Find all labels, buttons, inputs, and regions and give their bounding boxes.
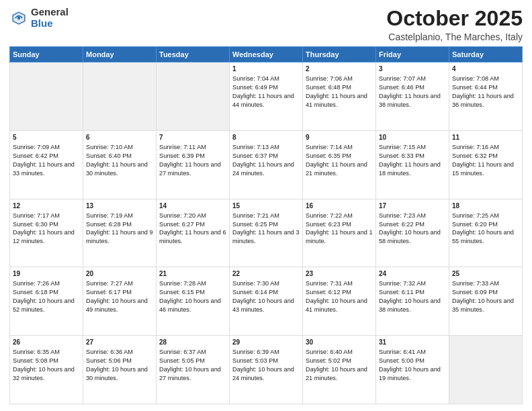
day-number: 10 <box>379 133 446 142</box>
day-number: 30 <box>306 338 373 347</box>
day-info: Sunset: 6:25 PM <box>232 220 300 229</box>
day-info: Daylight: 11 hours and 6 minutes. <box>159 228 226 246</box>
day-info: Daylight: 11 hours and 36 minutes. <box>452 92 519 109</box>
day-number: 31 <box>379 338 446 347</box>
day-info: Sunset: 6:35 PM <box>306 152 373 161</box>
day-info: Daylight: 11 hours and 15 minutes. <box>452 161 519 178</box>
day-number: 2 <box>306 64 373 74</box>
calendar-cell: 15Sunrise: 7:21 AMSunset: 6:25 PMDayligh… <box>230 199 303 267</box>
calendar-cell: 18Sunrise: 7:25 AMSunset: 6:20 PMDayligh… <box>449 199 523 267</box>
day-info: Daylight: 10 hours and 41 minutes. <box>306 297 373 314</box>
day-info: Daylight: 11 hours and 38 minutes. <box>379 92 446 109</box>
day-info: Sunrise: 7:17 AM <box>13 212 80 220</box>
weekday-header-monday: Monday <box>83 47 157 62</box>
day-info: Sunset: 5:03 PM <box>232 357 300 365</box>
calendar-cell: 24Sunrise: 7:32 AMSunset: 6:11 PMDayligh… <box>376 267 449 336</box>
day-info: Sunrise: 7:28 AM <box>159 279 226 288</box>
calendar-cell: 11Sunrise: 7:16 AMSunset: 6:32 PMDayligh… <box>449 130 523 199</box>
title-block: October 2025 Castelplanio, The Marches, … <box>386 7 523 42</box>
day-info: Sunset: 6:32 PM <box>452 152 519 161</box>
calendar-week-row: 19Sunrise: 7:26 AMSunset: 6:18 PMDayligh… <box>10 267 523 336</box>
day-info: Daylight: 11 hours and 3 minutes. <box>232 228 300 246</box>
weekday-header-saturday: Saturday <box>449 47 523 62</box>
day-number: 8 <box>232 133 300 142</box>
day-info: Daylight: 10 hours and 49 minutes. <box>86 297 153 314</box>
day-info: Sunset: 5:02 PM <box>306 357 373 365</box>
calendar-cell: 27Sunrise: 6:36 AMSunset: 5:06 PMDayligh… <box>83 336 157 404</box>
calendar-table: SundayMondayTuesdayWednesdayThursdayFrid… <box>9 46 523 404</box>
day-info: Sunrise: 7:33 AM <box>452 279 519 288</box>
calendar-cell: 12Sunrise: 7:17 AMSunset: 6:30 PMDayligh… <box>10 199 83 267</box>
day-number: 16 <box>306 201 373 211</box>
day-info: Daylight: 10 hours and 27 minutes. <box>159 365 226 383</box>
day-info: Daylight: 11 hours and 21 minutes. <box>306 161 373 178</box>
calendar-header-row: SundayMondayTuesdayWednesdayThursdayFrid… <box>10 47 523 62</box>
day-info: Sunrise: 6:40 AM <box>306 348 373 357</box>
header: General Blue October 2025 Castelplanio, … <box>9 7 523 42</box>
day-info: Sunset: 5:06 PM <box>86 357 153 365</box>
day-info: Sunrise: 7:15 AM <box>379 143 446 152</box>
svg-point-2 <box>17 16 20 19</box>
day-info: Daylight: 11 hours and 12 minutes. <box>13 228 80 246</box>
calendar-cell: 1Sunrise: 7:04 AMSunset: 6:49 PMDaylight… <box>230 62 303 131</box>
day-number: 9 <box>306 133 373 142</box>
logo-icon <box>9 9 28 28</box>
calendar-cell: 31Sunrise: 6:41 AMSunset: 5:00 PMDayligh… <box>376 336 449 404</box>
day-info: Sunset: 6:33 PM <box>379 152 446 161</box>
day-info: Sunrise: 7:07 AM <box>379 75 446 83</box>
calendar-cell: 16Sunrise: 7:22 AMSunset: 6:23 PMDayligh… <box>303 199 376 267</box>
logo-general: General <box>31 7 69 18</box>
weekday-header-friday: Friday <box>376 47 449 62</box>
calendar-week-row: 5Sunrise: 7:09 AMSunset: 6:42 PMDaylight… <box>10 130 523 199</box>
calendar-week-row: 12Sunrise: 7:17 AMSunset: 6:30 PMDayligh… <box>10 199 523 267</box>
day-info: Sunset: 6:42 PM <box>13 152 80 161</box>
day-number: 20 <box>86 269 153 279</box>
calendar-cell: 17Sunrise: 7:23 AMSunset: 6:22 PMDayligh… <box>376 199 449 267</box>
day-number: 26 <box>13 338 80 347</box>
day-info: Sunrise: 7:06 AM <box>306 75 373 83</box>
calendar-cell: 7Sunrise: 7:11 AMSunset: 6:39 PMDaylight… <box>157 130 230 199</box>
day-info: Sunrise: 7:10 AM <box>86 143 153 152</box>
day-info: Sunset: 6:17 PM <box>86 288 153 297</box>
day-info: Sunrise: 7:14 AM <box>306 143 373 152</box>
location: Castelplanio, The Marches, Italy <box>386 32 523 42</box>
calendar-cell: 2Sunrise: 7:06 AMSunset: 6:48 PMDaylight… <box>303 62 376 131</box>
day-info: Sunset: 6:12 PM <box>306 288 373 297</box>
day-number: 25 <box>452 269 519 279</box>
day-number: 24 <box>379 269 446 279</box>
day-info: Sunrise: 6:36 AM <box>86 348 153 357</box>
day-info: Daylight: 11 hours and 44 minutes. <box>232 92 300 109</box>
day-info: Daylight: 10 hours and 35 minutes. <box>452 297 519 314</box>
calendar-cell: 14Sunrise: 7:20 AMSunset: 6:27 PMDayligh… <box>157 199 230 267</box>
day-info: Daylight: 10 hours and 24 minutes. <box>232 365 300 383</box>
logo-blue: Blue <box>31 18 69 30</box>
calendar-cell: 3Sunrise: 7:07 AMSunset: 6:46 PMDaylight… <box>376 62 449 131</box>
day-number: 11 <box>452 133 519 142</box>
day-number: 4 <box>452 64 519 74</box>
day-info: Sunset: 6:09 PM <box>452 288 519 297</box>
day-info: Sunset: 5:08 PM <box>13 357 80 365</box>
calendar-cell: 5Sunrise: 7:09 AMSunset: 6:42 PMDaylight… <box>10 130 83 199</box>
day-info: Sunset: 6:46 PM <box>379 83 446 92</box>
calendar-cell: 4Sunrise: 7:08 AMSunset: 6:44 PMDaylight… <box>449 62 523 131</box>
day-info: Sunset: 6:28 PM <box>86 220 153 229</box>
day-info: Sunset: 6:22 PM <box>379 220 446 229</box>
day-info: Sunrise: 6:35 AM <box>13 348 80 357</box>
calendar-cell: 25Sunrise: 7:33 AMSunset: 6:09 PMDayligh… <box>449 267 523 336</box>
day-info: Sunset: 6:48 PM <box>306 83 373 92</box>
day-info: Daylight: 10 hours and 43 minutes. <box>232 297 300 314</box>
day-number: 17 <box>379 201 446 211</box>
day-info: Daylight: 10 hours and 46 minutes. <box>159 297 226 314</box>
day-info: Sunrise: 7:25 AM <box>452 212 519 220</box>
day-info: Sunrise: 6:37 AM <box>159 348 226 357</box>
day-info: Sunrise: 7:31 AM <box>306 279 373 288</box>
day-info: Sunrise: 7:04 AM <box>232 75 300 83</box>
day-info: Sunrise: 7:16 AM <box>452 143 519 152</box>
calendar-cell: 29Sunrise: 6:39 AMSunset: 5:03 PMDayligh… <box>230 336 303 404</box>
day-info: Daylight: 10 hours and 32 minutes. <box>13 365 80 383</box>
weekday-header-sunday: Sunday <box>10 47 83 62</box>
day-number: 22 <box>232 269 300 279</box>
calendar-cell: 8Sunrise: 7:13 AMSunset: 6:37 PMDaylight… <box>230 130 303 199</box>
day-number: 27 <box>86 338 153 347</box>
day-info: Sunset: 6:39 PM <box>159 152 226 161</box>
